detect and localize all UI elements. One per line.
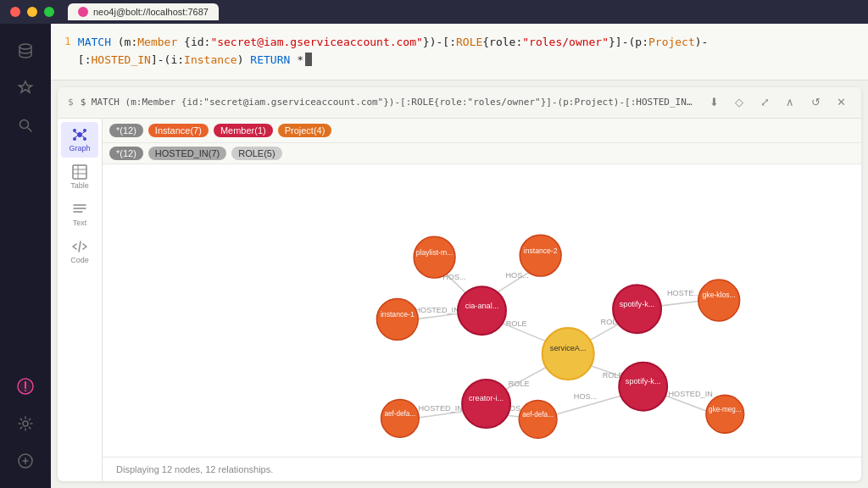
graph-svg: ROLE ROLE ROLE ROLE <box>103 164 861 457</box>
graph-area[interactable]: ROLE ROLE ROLE ROLE <box>103 164 861 457</box>
svg-point-66 <box>381 399 420 437</box>
svg-line-14 <box>75 136 77 137</box>
browser-tab[interactable]: neo4j@bolt://localhost:7687 <box>68 3 219 20</box>
svg-point-10 <box>73 137 76 141</box>
tag-hosted-in[interactable]: HOSTED_IN(7) <box>148 147 226 160</box>
svg-text:ROLE: ROLE <box>506 319 527 328</box>
svg-line-13 <box>82 131 85 133</box>
svg-point-8 <box>73 129 76 132</box>
svg-text:spotify-k...: spotify-k... <box>620 299 655 308</box>
tag-role[interactable]: ROLE(5) <box>231 147 281 160</box>
sidebar <box>0 24 51 488</box>
svg-text:ROLE: ROLE <box>509 380 530 388</box>
status-bar: Displaying 12 nodes, 12 relationships. <box>103 457 861 481</box>
svg-text:creator-i...: creator-i... <box>469 394 504 402</box>
svg-line-23 <box>79 241 81 252</box>
table-view-button[interactable]: Table <box>61 159 98 195</box>
line-number: 1 <box>64 35 71 47</box>
query-editor[interactable]: 1 MATCH (m:Member {id:"secret@iam.gservi… <box>51 24 868 80</box>
svg-text:spotify-k...: spotify-k... <box>626 377 661 385</box>
svg-text:HOSTED_IN: HOSTED_IN <box>668 390 712 398</box>
content-area: 1 MATCH (m:Member {id:"secret@iam.gservi… <box>51 24 868 488</box>
svg-text:HOS...: HOS... <box>505 271 528 280</box>
svg-line-12 <box>75 131 77 133</box>
svg-text:HOS...: HOS... <box>574 392 597 401</box>
results-header: $ $ MATCH (m:Member {id:"secret@iam.gser… <box>58 87 861 119</box>
svg-text:aef-defa...: aef-defa... <box>385 409 416 417</box>
svg-point-54 <box>613 285 661 333</box>
svg-point-70 <box>706 395 744 433</box>
view-buttons: Graph Table <box>58 119 103 481</box>
sidebar-database-icon[interactable] <box>8 34 42 68</box>
svg-point-60 <box>520 235 561 276</box>
neo4j-logo <box>78 7 88 17</box>
svg-point-58 <box>414 236 455 278</box>
code-view-button[interactable]: Code <box>61 234 98 269</box>
results-actions: ⬇ ◇ ⤢ ∧ ↺ ✕ <box>704 92 851 113</box>
results-panel: $ $ MATCH (m:Member {id:"secret@iam.gser… <box>58 87 861 481</box>
text-label: Text <box>73 219 87 227</box>
tag-instance[interactable]: Instance(7) <box>148 124 209 137</box>
svg-text:instance-1: instance-1 <box>381 309 415 318</box>
svg-point-48 <box>542 328 594 380</box>
svg-text:HOSTE...: HOSTE... <box>667 289 700 297</box>
title-bar: neo4j@bolt://localhost:7687 <box>0 0 868 24</box>
graph-view-button[interactable]: Graph <box>61 122 98 158</box>
svg-text:gke-meg...: gke-meg... <box>709 405 741 413</box>
tag-all-rels[interactable]: *(12) <box>109 147 143 160</box>
close-results-button[interactable]: ✕ <box>831 92 851 113</box>
svg-text:gke-klos...: gke-klos... <box>703 291 736 299</box>
graph-label: Graph <box>69 144 90 152</box>
text-view-button[interactable]: Text <box>61 197 98 232</box>
results-header-dollar: $ <box>68 97 74 108</box>
tag-member[interactable]: Member(1) <box>214 124 273 137</box>
svg-point-1 <box>20 120 29 129</box>
sidebar-favorites-icon[interactable] <box>8 71 42 105</box>
svg-text:cia-anal...: cia-anal... <box>465 301 499 309</box>
main-window: neo4j@bolt://localhost:7687 <box>0 0 868 488</box>
svg-point-68 <box>519 400 557 438</box>
results-header-query: $ MATCH (m:Member {id:"secret@iam.gservi… <box>81 97 697 108</box>
sidebar-search-icon[interactable] <box>8 108 42 142</box>
status-text: Displaying 12 nodes, 12 relationships. <box>116 464 273 474</box>
svg-point-52 <box>462 380 510 428</box>
sidebar-plugin-icon[interactable] <box>8 444 42 478</box>
maximize-button[interactable] <box>44 7 54 17</box>
svg-text:HOSTED_IN: HOSTED_IN <box>415 305 459 313</box>
tags-row-2: *(12) HOSTED_IN(7) ROLE(5) <box>103 143 861 164</box>
close-button[interactable] <box>10 7 20 17</box>
svg-point-11 <box>83 137 86 141</box>
code-label: Code <box>70 256 89 264</box>
collapse-button[interactable]: ∧ <box>780 92 800 113</box>
main-layout: 1 MATCH (m:Member {id:"secret@iam.gservi… <box>0 24 868 488</box>
svg-point-4 <box>25 390 26 391</box>
expand-button[interactable]: ⤢ <box>754 92 775 113</box>
svg-point-64 <box>698 280 740 321</box>
tag-project[interactable]: Project(4) <box>278 124 332 137</box>
svg-point-56 <box>619 362 667 410</box>
sidebar-settings-icon[interactable] <box>8 407 42 441</box>
svg-line-15 <box>82 136 85 137</box>
svg-point-5 <box>23 421 28 426</box>
svg-point-7 <box>77 132 82 137</box>
minimize-button[interactable] <box>27 7 37 17</box>
svg-point-62 <box>376 298 418 340</box>
download-button[interactable]: ⬇ <box>704 92 724 113</box>
svg-text:HOSTED_IN: HOSTED_IN <box>419 403 463 412</box>
svg-point-50 <box>458 286 506 335</box>
tags-row-1: *(12) Instance(7) Member(1) Project(4) <box>103 119 861 143</box>
tab-title: neo4j@bolt://localhost:7687 <box>93 7 209 17</box>
table-label: Table <box>70 181 89 190</box>
svg-point-0 <box>19 44 31 49</box>
refresh-button[interactable]: ↺ <box>805 92 826 113</box>
svg-rect-16 <box>73 165 86 179</box>
svg-text:serviceA...: serviceA... <box>550 344 587 352</box>
view-content: Graph Table <box>58 119 861 481</box>
svg-text:instance-2: instance-2 <box>524 246 558 254</box>
query-text[interactable]: MATCH (m:Member {id:"secret@iam.gservice… <box>78 34 854 69</box>
tag-all-nodes[interactable]: *(12) <box>109 124 143 137</box>
sidebar-alert-icon[interactable] <box>8 369 42 403</box>
svg-point-9 <box>83 129 86 132</box>
svg-text:aef-defa...: aef-defa... <box>522 410 554 418</box>
pin-button[interactable]: ◇ <box>729 92 749 113</box>
